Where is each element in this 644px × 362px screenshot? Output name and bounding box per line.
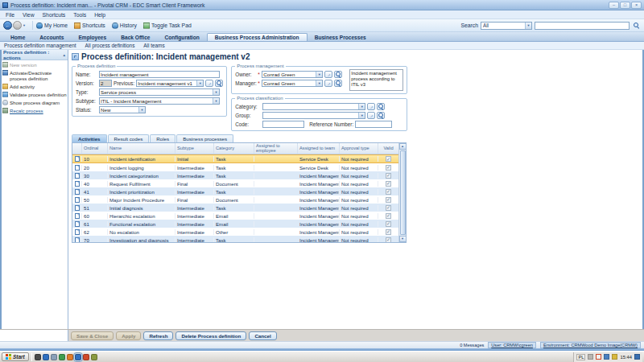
- name-field[interactable]: Incident management: [99, 71, 220, 78]
- table-row[interactable]: 30 Incident categorization Intermediate …: [72, 171, 398, 179]
- description-field[interactable]: Incident management process according to…: [349, 69, 403, 91]
- menu-item[interactable]: Shortcuts: [39, 12, 70, 18]
- sidebar-action-item[interactable]: Recalc process: [2, 108, 67, 113]
- scrollbar-thumb[interactable]: [400, 150, 406, 235]
- toolbar-button[interactable]: Shortcuts: [74, 23, 105, 29]
- reference-number-field[interactable]: [355, 121, 392, 128]
- footer-button[interactable]: Delete Process definition: [175, 331, 246, 340]
- menu-item[interactable]: Help: [90, 12, 109, 18]
- restore-icon[interactable]: □: [620, 2, 630, 9]
- footer-button[interactable]: Cancel: [249, 331, 276, 340]
- search-button[interactable]: [632, 22, 641, 30]
- table-row[interactable]: 62 No escalation Intermediate Other Inci…: [72, 228, 398, 236]
- table-row[interactable]: 50 Major Incident Procedure Final Docume…: [72, 195, 398, 204]
- table-row[interactable]: 40 Request Fulfilment Final Document Inc…: [72, 179, 398, 187]
- sidebar-action-item[interactable]: New version: [2, 62, 67, 68]
- column-header-subtype[interactable]: Subtype: [175, 143, 214, 154]
- column-header-category[interactable]: Category: [214, 143, 254, 154]
- quicklaunch-icon-5[interactable]: [67, 354, 73, 360]
- grid-scrollbar[interactable]: ▲ ▼: [398, 143, 406, 242]
- owner-select[interactable]: Conrad Green ▼: [262, 71, 323, 78]
- previous-select[interactable]: Incident management v1 ▼: [136, 80, 204, 87]
- quicklaunch-icon-1[interactable]: [35, 354, 41, 360]
- nav-tab[interactable]: Business Process Administration: [207, 33, 308, 41]
- code-field[interactable]: [262, 121, 304, 128]
- quicklaunch-icon-2[interactable]: [43, 354, 49, 360]
- category-lookup-button[interactable]: [377, 103, 385, 110]
- menu-item[interactable]: View: [19, 12, 39, 18]
- user-link[interactable]: User: CRMW\cgreen: [488, 342, 536, 348]
- grid-tab[interactable]: Business processes: [176, 134, 233, 142]
- manager-lookup-button[interactable]: [334, 80, 342, 87]
- quicklaunch-icon-7[interactable]: [83, 354, 89, 360]
- nav-tab[interactable]: Back Office: [114, 34, 157, 41]
- sidebar-action-item[interactable]: Activate/Deactivate process definition: [2, 70, 67, 81]
- network-tray-icon[interactable]: [634, 354, 640, 360]
- grid-tab[interactable]: Roles: [150, 134, 175, 142]
- quicklaunch-icon-8[interactable]: [91, 354, 97, 360]
- nav-tab[interactable]: Business Processes: [308, 34, 374, 41]
- table-row[interactable]: 61 Functional escalation Intermediate Em…: [72, 220, 398, 228]
- grid-tab[interactable]: Activities: [72, 134, 107, 142]
- footer-button[interactable]: Refresh: [143, 331, 173, 340]
- printer-tray-icon[interactable]: [588, 354, 593, 360]
- nav-tab[interactable]: Configuration: [158, 34, 207, 41]
- type-select[interactable]: Service process ▼: [99, 88, 220, 96]
- sub-nav-tab[interactable]: All teams: [143, 43, 164, 48]
- collapse-arrow-icon[interactable]: ▲: [63, 53, 66, 57]
- antivirus-tray-icon[interactable]: [596, 354, 601, 360]
- table-row[interactable]: 70 Investigation and diagnosis Intermedi…: [72, 236, 398, 242]
- toolbar-button[interactable]: My Home: [36, 23, 68, 29]
- column-header-valid[interactable]: Valid: [378, 143, 398, 154]
- table-row[interactable]: 20 Incident logging Intermediate Task Se…: [72, 163, 398, 171]
- menu-item[interactable]: Tools: [69, 12, 90, 18]
- close-icon[interactable]: ×: [631, 2, 642, 9]
- pivotal-app-icon[interactable]: [75, 354, 81, 360]
- nav-dropdown-icon[interactable]: ▼: [23, 23, 26, 27]
- environment-link[interactable]: Environment: CRMWood Demo Image(CRMW): [540, 342, 641, 348]
- quicklaunch-icon-4[interactable]: [59, 354, 65, 360]
- column-header-ordinal[interactable]: Ordinal: [82, 143, 108, 154]
- nav-tab[interactable]: Home: [3, 34, 32, 41]
- scroll-up-icon[interactable]: ▲: [399, 143, 407, 150]
- search-input[interactable]: [535, 22, 630, 30]
- table-row[interactable]: 41 Incident prioritization Intermediate …: [72, 187, 398, 195]
- subtype-select[interactable]: ITIL - Incident Management ▼: [99, 97, 220, 105]
- search-scope-select[interactable]: All ▼: [481, 22, 532, 30]
- nav-tab[interactable]: Accounts: [32, 34, 71, 41]
- column-header-name[interactable]: Name: [108, 143, 175, 154]
- scroll-down-icon[interactable]: ▼: [399, 236, 407, 242]
- footer-button[interactable]: Save & Close: [71, 331, 114, 340]
- toolbar-button[interactable]: Toggle Task Pad: [143, 23, 192, 29]
- update-tray-icon[interactable]: [604, 354, 609, 360]
- category-select[interactable]: ▼: [262, 103, 365, 110]
- previous-open-button[interactable]: →: [205, 80, 213, 87]
- language-indicator[interactable]: PL: [576, 354, 585, 360]
- table-row[interactable]: 10 Incident identification Initial Task …: [72, 154, 398, 163]
- grid-tab[interactable]: Result codes: [108, 134, 150, 142]
- column-header-assigned-to-team[interactable]: Assigned to team: [298, 143, 340, 154]
- group-open-button[interactable]: →: [367, 112, 375, 119]
- category-open-button[interactable]: →: [367, 103, 375, 110]
- column-header-approval-type[interactable]: Approval type: [340, 143, 378, 154]
- sidebar-header[interactable]: Process definition : actions ▲: [2, 50, 68, 60]
- sidebar-action-item[interactable]: Add activity: [2, 84, 67, 89]
- quicklaunch-icon-3[interactable]: [51, 354, 57, 360]
- table-row[interactable]: 60 Hierarchic escalation Intermediate Em…: [72, 212, 398, 220]
- sub-nav-tab[interactable]: All process definitions: [85, 43, 135, 48]
- back-button[interactable]: ←: [3, 21, 12, 30]
- footer-button[interactable]: Apply: [116, 331, 141, 340]
- table-row[interactable]: 51 Initial diagnosis Intermediate Task I…: [72, 204, 398, 212]
- nav-tab[interactable]: Employees: [71, 34, 114, 41]
- owner-open-button[interactable]: →: [324, 71, 332, 78]
- start-button[interactable]: Start: [2, 352, 29, 361]
- forward-button[interactable]: →: [13, 21, 22, 30]
- column-header-assigned-to-employee[interactable]: Assigned to employee: [254, 143, 298, 154]
- sub-nav-tab[interactable]: Process definition management: [4, 43, 76, 48]
- menu-item[interactable]: File: [2, 12, 19, 18]
- toolbar-button[interactable]: History: [112, 23, 137, 29]
- manager-select[interactable]: Conrad Green ▼: [262, 80, 323, 87]
- owner-lookup-button[interactable]: [334, 71, 342, 78]
- sidebar-action-item[interactable]: Validate process definition: [2, 92, 67, 97]
- group-select[interactable]: ▼: [262, 112, 365, 119]
